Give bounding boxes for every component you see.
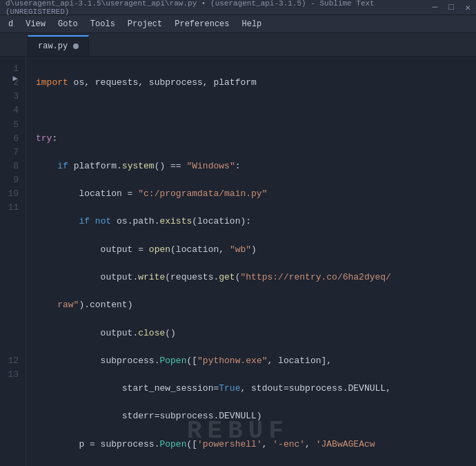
line-numbers: 1 2 3 4 5 6 7 8 9 10 11 12 13	[0, 57, 26, 466]
code-area: 1 2 3 4 5 6 7 8 9 10 11 12 13 import os,…	[0, 57, 476, 466]
menu-item-file[interactable]: d	[3, 18, 19, 30]
tab-filename: raw.py	[38, 41, 68, 51]
title-bar: d\useragent_api-3.1.5\useragent_api\raw.…	[0, 0, 476, 15]
tab-arrow-left[interactable]: ▶	[6, 66, 25, 90]
close-button[interactable]: ✕	[465, 2, 470, 13]
tab-raw-py[interactable]: raw.py	[28, 35, 89, 56]
maximize-button[interactable]: □	[448, 2, 454, 13]
menu-item-project[interactable]: Project	[122, 18, 168, 30]
menu-bar: d View Goto Tools Project Preferences He…	[0, 15, 476, 33]
menu-item-tools[interactable]: Tools	[85, 18, 121, 30]
menu-item-view[interactable]: View	[20, 18, 51, 30]
code-content[interactable]: import os, requests, subprocess, platfor…	[26, 57, 476, 466]
tab-modified-dot	[73, 43, 79, 49]
title-text: d\useragent_api-3.1.5\useragent_api\raw.…	[6, 0, 433, 16]
menu-item-goto[interactable]: Goto	[52, 18, 83, 30]
menu-item-help[interactable]: Help	[236, 18, 267, 30]
menu-item-preferences[interactable]: Preferences	[169, 18, 235, 30]
minimize-button[interactable]: ─	[433, 2, 438, 13]
tab-bar: ▶ raw.py	[0, 33, 476, 57]
